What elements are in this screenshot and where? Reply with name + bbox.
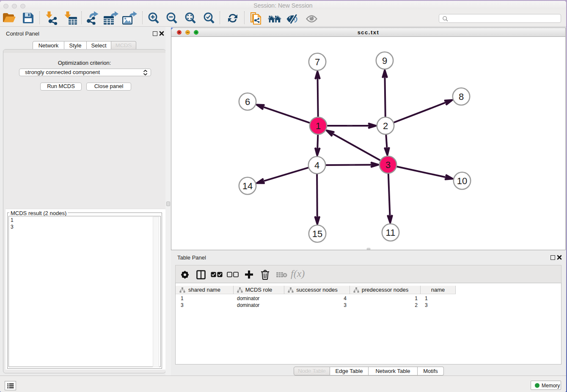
- svg-text:14: 14: [242, 181, 253, 191]
- svg-text:4: 4: [314, 160, 319, 171]
- svg-text:9: 9: [382, 55, 387, 66]
- svg-text:3: 3: [385, 160, 391, 170]
- svg-text:15: 15: [312, 229, 322, 239]
- svg-text:1: 1: [316, 121, 321, 131]
- svg-text:11: 11: [386, 227, 396, 238]
- svg-text:10: 10: [457, 176, 467, 186]
- svg-text:2: 2: [383, 121, 388, 131]
- svg-text:6: 6: [245, 97, 250, 107]
- svg-text:7: 7: [315, 57, 320, 67]
- svg-text:8: 8: [459, 91, 464, 102]
